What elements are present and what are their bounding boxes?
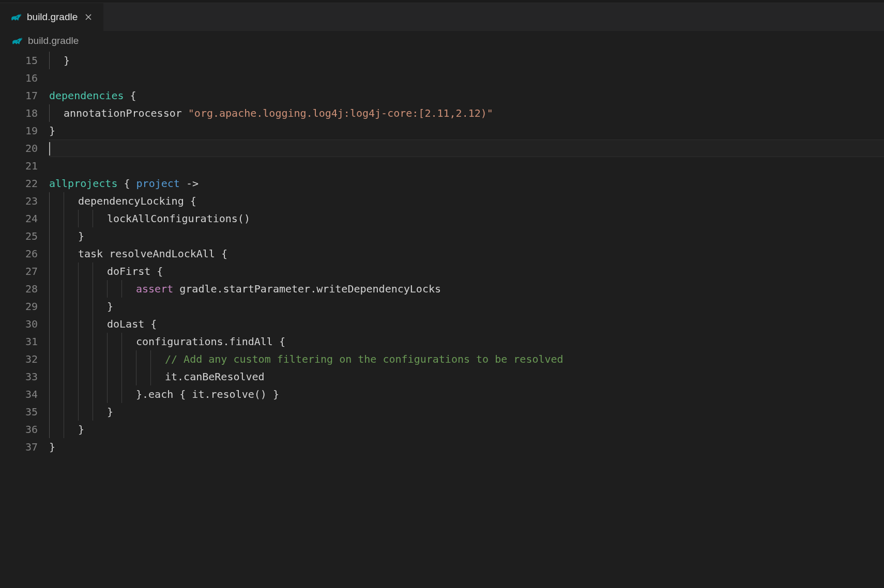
code-line[interactable]: task resolveAndLockAll { (49, 245, 884, 262)
line-number: 16 (0, 69, 38, 87)
code-token: } (49, 122, 55, 140)
code-line[interactable]: dependencyLocking { (49, 192, 884, 210)
code-line[interactable]: } (49, 438, 884, 456)
code-line[interactable]: }.each { it.resolve() } (49, 385, 884, 403)
gradle-elephant-icon (10, 12, 22, 22)
code-token: } (78, 227, 84, 245)
code-line[interactable]: } (49, 227, 884, 245)
line-number: 15 (0, 52, 38, 69)
line-number: 28 (0, 280, 38, 298)
code-line[interactable]: configurations.findAll { (49, 333, 884, 350)
breadcrumb-filename[interactable]: build.gradle (28, 35, 79, 47)
line-number: 29 (0, 298, 38, 315)
text-cursor (49, 142, 50, 156)
code-token: lockAllConfigurations() (107, 210, 250, 227)
line-number: 18 (0, 104, 38, 122)
code-line[interactable]: } (49, 122, 884, 140)
code-token: configurations.findAll { (136, 333, 285, 350)
line-number: 36 (0, 421, 38, 438)
code-token: }.each { it.resolve() } (136, 385, 279, 403)
line-number: 37 (0, 438, 38, 456)
line-number: 30 (0, 315, 38, 333)
code-line[interactable]: assert gradle.startParameter.writeDepend… (49, 280, 884, 298)
tab-label: build.gradle (27, 11, 78, 23)
code-token: // Add any custom filtering on the confi… (165, 350, 563, 368)
line-number: 23 (0, 192, 38, 210)
breadcrumb-bar: build.gradle (0, 31, 884, 51)
code-line[interactable]: } (49, 403, 884, 421)
line-number: 19 (0, 122, 38, 140)
code-token: dependencies (49, 87, 124, 104)
code-line[interactable]: annotationProcessor "org.apache.logging.… (49, 104, 884, 122)
code-line[interactable]: doLast { (49, 315, 884, 333)
code-token: } (64, 52, 70, 69)
line-number: 27 (0, 262, 38, 280)
code-line[interactable]: } (49, 421, 884, 438)
line-number: 25 (0, 227, 38, 245)
line-number: 22 (0, 175, 38, 192)
line-number: 24 (0, 210, 38, 227)
code-line[interactable]: // Add any custom filtering on the confi… (49, 350, 884, 368)
code-line[interactable]: dependencies { (49, 87, 884, 104)
line-number: 33 (0, 368, 38, 385)
code-token: doFirst { (107, 262, 163, 280)
line-number-gutter: 1516171819202122232425262728293031323334… (0, 51, 49, 588)
line-number: 31 (0, 333, 38, 350)
code-content[interactable]: }dependencies {annotationProcessor "org.… (49, 51, 884, 588)
code-token: { (124, 87, 136, 104)
line-number: 34 (0, 385, 38, 403)
code-token: } (107, 298, 113, 315)
code-line[interactable] (49, 157, 884, 175)
code-token: doLast { (107, 315, 157, 333)
tab-build-gradle[interactable]: build.gradle (0, 3, 104, 31)
code-token: { (117, 175, 136, 192)
gradle-elephant-icon (11, 36, 23, 45)
code-token: task resolveAndLockAll { (78, 245, 227, 262)
code-line[interactable]: lockAllConfigurations() (49, 210, 884, 227)
line-number: 32 (0, 350, 38, 368)
code-line[interactable]: } (49, 52, 884, 69)
line-number: 17 (0, 87, 38, 104)
close-icon[interactable] (83, 11, 94, 23)
line-number: 35 (0, 403, 38, 421)
code-token: annotationProcessor (64, 104, 188, 122)
code-line[interactable]: allprojects { project -> (49, 175, 884, 192)
code-token: dependencyLocking { (78, 192, 196, 210)
editor-tabbar: build.gradle (0, 3, 884, 31)
code-token: it.canBeResolved (165, 368, 265, 385)
line-number: 20 (0, 140, 38, 157)
code-token: assert (136, 280, 173, 298)
code-line[interactable]: } (49, 298, 884, 315)
code-token: } (107, 403, 113, 421)
line-number: 26 (0, 245, 38, 262)
code-token: "org.apache.logging.log4j:log4j-core:[2.… (188, 104, 493, 122)
code-token: } (78, 421, 84, 438)
code-line[interactable] (49, 140, 884, 157)
code-line[interactable]: it.canBeResolved (49, 368, 884, 385)
code-token: gradle.startParameter.writeDependencyLoc… (173, 280, 441, 298)
code-line[interactable]: doFirst { (49, 262, 884, 280)
code-token: project (136, 175, 180, 192)
line-number: 21 (0, 157, 38, 175)
code-token: } (49, 438, 55, 456)
code-token: -> (180, 175, 199, 192)
code-editor[interactable]: 1516171819202122232425262728293031323334… (0, 51, 884, 588)
code-line[interactable] (49, 69, 884, 87)
code-token: allprojects (49, 175, 117, 192)
